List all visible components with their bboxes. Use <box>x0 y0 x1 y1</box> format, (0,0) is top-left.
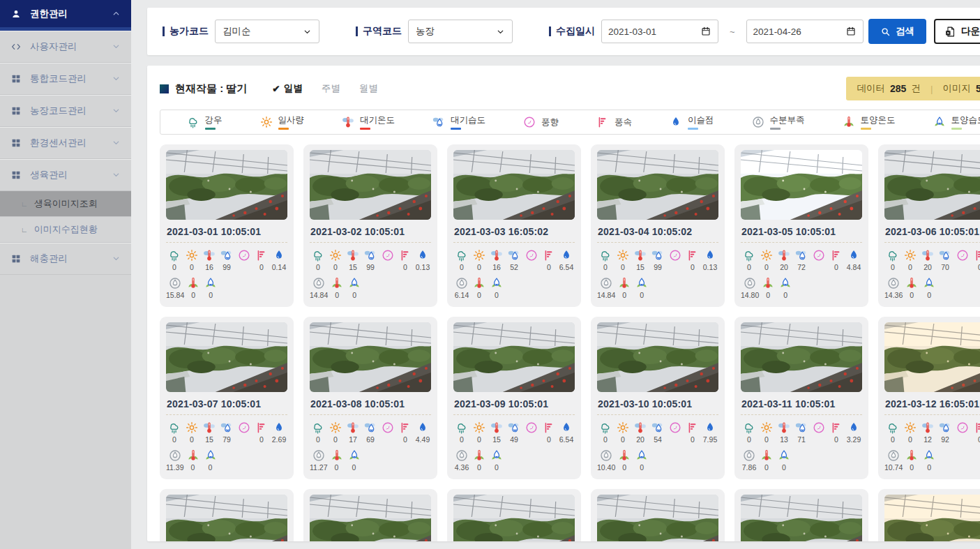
sensor-value: 17 <box>349 435 357 444</box>
sensor-air-humidity: 71 <box>793 421 810 444</box>
sensor-soil-temp: 0 <box>616 276 633 299</box>
solar-icon <box>760 421 774 435</box>
image-card[interactable]: 2021-03-16 10:05:02 <box>591 489 725 541</box>
wind-speed-icon <box>398 421 412 435</box>
soil-temp-icon <box>472 449 486 462</box>
branch-icon: ∟ <box>21 200 28 208</box>
sensor-legend: 강우일사량대기온도대기습도풍향풍속이슬점수분부족토양온도토양습도 <box>160 110 980 135</box>
sensor-wind-direction <box>667 421 684 444</box>
chevron-down-icon <box>112 74 121 83</box>
image-card[interactable]: 2021-03-07 10:05:01 00157902.69 11.3900 <box>160 317 294 479</box>
sidebar-item-label: 권한관리 <box>30 8 68 20</box>
air-temp-icon <box>490 421 504 435</box>
sidebar-item[interactable]: 농장코드관리 <box>0 95 131 127</box>
sidebar-item[interactable]: 권한관리 <box>0 0 131 31</box>
sensor-value: 0 <box>335 291 339 299</box>
farm-code-select[interactable]: 김미순 <box>215 20 319 43</box>
soil-temp-icon <box>842 115 856 129</box>
sensor-row-1: 00207005.19 <box>884 248 980 271</box>
air-humidity-icon <box>507 248 521 262</box>
sensor-dew-point: 6.54 <box>558 421 575 444</box>
solar-icon <box>329 248 342 262</box>
dew-point-icon <box>416 421 430 435</box>
sidebar-item[interactable]: 생육관리 <box>0 159 131 191</box>
wind-speed-icon <box>686 421 700 435</box>
soil-temp-icon <box>617 276 631 290</box>
grid-icon <box>10 170 22 181</box>
image-card[interactable]: 2021-03-17 17:35:01 <box>734 489 868 541</box>
rain-icon <box>186 115 200 129</box>
sidebar-item[interactable]: 해충관리 <box>0 243 131 275</box>
rain-icon <box>742 248 756 262</box>
sensor-air-humidity: 99 <box>362 248 379 271</box>
end-date-input[interactable]: 2021-04-26 <box>746 20 864 43</box>
sensor-rain: 0 <box>310 421 326 444</box>
image-card[interactable]: 2021-03-12 16:05:01 00129200.85 10.7400 <box>878 317 980 479</box>
image-card[interactable]: 2021-03-04 10:05:02 00159900.13 14.8400 <box>591 144 725 307</box>
image-card[interactable]: 2021-03-14 10:05:01 <box>303 489 437 541</box>
solar-icon <box>472 248 486 262</box>
zone-code-select[interactable]: 농장 <box>408 20 513 43</box>
period-tab[interactable]: ✔일별 <box>272 82 302 95</box>
air-humidity-icon <box>432 115 446 129</box>
image-card[interactable]: 2021-03-06 10:05:01 00207005.19 14.3600 <box>878 144 980 307</box>
sensor-value: 0 <box>333 435 338 444</box>
image-card[interactable]: 2021-03-01 10:05:01 00169900.14 15.8400 <box>160 144 294 307</box>
period-tab[interactable]: 월별 <box>359 82 378 95</box>
air-humidity-icon <box>220 421 234 435</box>
sensor-dew-point: 0.13 <box>702 248 718 271</box>
soil-temp-icon <box>472 276 486 290</box>
wind-direction-icon <box>668 248 682 262</box>
period-tab[interactable]: 주별 <box>322 82 340 95</box>
sensor-soil-humidity: 0 <box>346 449 363 472</box>
sensor-value: 6.54 <box>559 435 573 444</box>
sidebar-subitem[interactable]: ∟이미지수집현황 <box>0 217 131 243</box>
sensor-value: 0 <box>764 463 769 472</box>
chevron-down-icon <box>112 170 121 179</box>
sensor-row-2: 4.3600 <box>453 449 575 472</box>
sidebar-subitem[interactable]: ∟생육이미지조회 <box>0 191 131 217</box>
capture-timestamp: 2021-03-02 10:05:01 <box>310 226 430 237</box>
label-bar <box>549 27 551 36</box>
sensor-value: 10.40 <box>597 463 615 472</box>
image-card[interactable]: 2021-03-13 10:05:01 <box>160 489 294 541</box>
wind-direction-icon <box>525 421 538 435</box>
image-card[interactable]: 2021-03-03 16:05:02 00165206.54 6.1400 <box>447 144 581 307</box>
start-date-input[interactable]: 2021-03-01 <box>601 20 718 43</box>
wind-speed-icon <box>542 421 556 435</box>
sidebar-item[interactable]: 사용자관리 <box>0 31 131 63</box>
calendar-icon[interactable] <box>700 26 711 37</box>
air-temp-icon <box>777 248 791 262</box>
count-unit: 건 <box>911 82 921 95</box>
label-bar <box>163 27 165 36</box>
search-button[interactable]: 검색 <box>868 19 926 44</box>
image-card[interactable]: 2021-03-10 10:05:01 00205407.95 10.4000 <box>591 317 725 479</box>
sidebar-subitem-label: 생육이미지조회 <box>34 197 98 210</box>
legend-item: 강우 <box>186 114 223 130</box>
air-temp-icon <box>921 248 935 262</box>
data-count-label: 데이터 <box>857 82 886 95</box>
image-card[interactable]: 2021-03-05 10:05:01 00207204.84 14.8000 <box>734 144 868 307</box>
image-card[interactable]: 2021-03-02 10:05:01 00159900.13 14.8400 <box>303 144 437 307</box>
sensor-value: 14.36 <box>884 291 903 299</box>
chevron-down-icon <box>112 254 121 263</box>
badge-separator: | <box>930 84 933 94</box>
sensor-value: 16 <box>205 263 213 271</box>
sensor-rain: 0 <box>310 248 326 271</box>
download-button[interactable]: 다운로드 <box>934 19 980 44</box>
sidebar-item[interactable]: 환경센서관리 <box>0 127 131 159</box>
legend-item: 풍속 <box>596 115 632 129</box>
image-card[interactable]: 2021-03-18 16:05:02 <box>878 489 980 541</box>
farm-code-value: 김미순 <box>223 25 251 38</box>
image-card[interactable]: 2021-03-11 10:05:01 00137103.29 7.8600 <box>734 317 868 479</box>
sidebar-item[interactable]: 통합코드관리 <box>0 63 131 95</box>
sensor-row-1: 00154906.54 <box>453 421 575 444</box>
farm-code-group: 농가코드 김미순 <box>163 20 319 43</box>
image-card[interactable]: 2021-03-15 10:05:01 <box>447 489 581 541</box>
soil-humidity-icon <box>922 449 936 462</box>
image-card[interactable]: 2021-03-09 10:05:01 00154906.54 4.3600 <box>447 317 581 479</box>
image-card[interactable]: 2021-03-08 10:05:01 00176904.49 11.2700 <box>303 317 437 479</box>
sensor-wind-direction <box>667 248 684 271</box>
card-divider <box>453 414 575 415</box>
calendar-icon[interactable] <box>845 26 857 37</box>
